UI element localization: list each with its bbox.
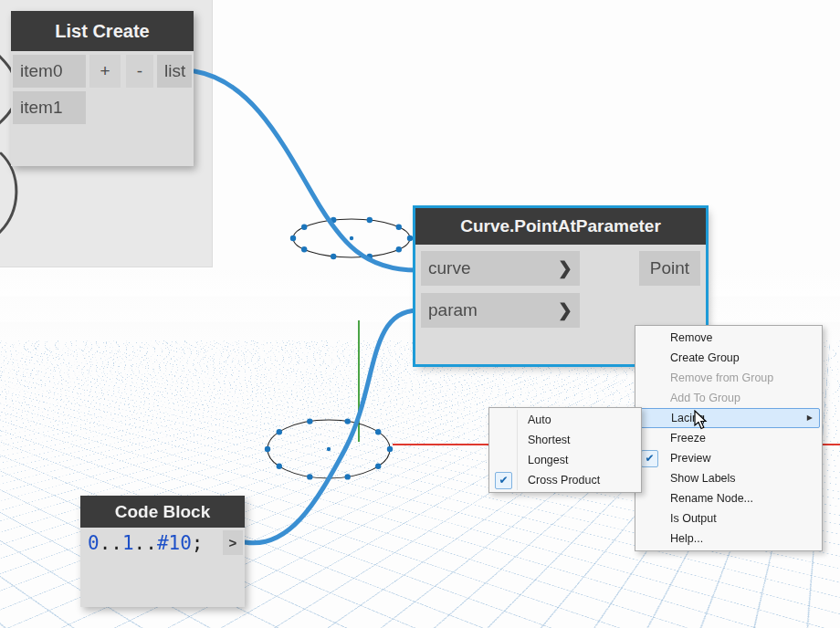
menu-item-label: Add To Group — [670, 392, 740, 404]
wire-codeblock-to-param[interactable] — [245, 310, 417, 543]
checkmark-icon: ✔ — [495, 472, 512, 489]
menu-item-label: Cross Product — [528, 474, 600, 487]
menu-item-show-labels[interactable]: Show Labels — [637, 468, 820, 488]
input-port-item0[interactable]: item0 — [13, 55, 86, 88]
menu-item-label: Rename Node... — [670, 492, 753, 505]
node-title[interactable]: Code Block — [80, 496, 245, 528]
checkmark-icon: ✔ — [641, 450, 658, 467]
port-label: curve — [428, 258, 470, 277]
input-port-item1[interactable]: item1 — [13, 91, 86, 124]
node-title[interactable]: List Create — [11, 11, 194, 51]
menu-item-remove[interactable]: Remove — [637, 328, 820, 348]
submenu-item-longest[interactable]: Longest — [491, 450, 639, 470]
remove-item-button[interactable]: - — [126, 55, 153, 88]
dynamo-workspace[interactable]: List Create item0 + - list item1 Curve.P… — [0, 0, 840, 628]
menu-item-label: Longest — [528, 454, 568, 466]
menu-item-label: Is Output — [670, 512, 717, 525]
menu-item-label: Create Group — [670, 351, 740, 364]
submenu-item-auto[interactable]: Auto — [491, 410, 639, 430]
menu-item-label: Auto — [528, 413, 551, 426]
menu-item-add-to-group[interactable]: Add To Group — [637, 388, 820, 408]
output-port-point[interactable]: Point — [639, 251, 700, 286]
code-expression[interactable]: 0..1..#10; — [88, 529, 204, 557]
menu-item-label: Shortest — [528, 434, 571, 446]
port-label: param — [428, 300, 478, 319]
menu-item-preview[interactable]: ✔Preview — [637, 448, 820, 468]
menu-item-label: Freeze — [670, 432, 706, 445]
menu-item-label: Help... — [670, 532, 703, 545]
code-token: #10 — [157, 532, 192, 554]
menu-item-create-group[interactable]: Create Group — [637, 348, 820, 368]
input-port-param[interactable]: param ❯ — [421, 293, 580, 328]
menu-item-lacing[interactable]: Lacing▶ — [637, 408, 820, 428]
menu-item-help[interactable]: Help... — [637, 529, 820, 549]
node-title[interactable]: Curve.PointAtParameter — [415, 208, 706, 245]
mouse-cursor — [694, 410, 712, 431]
submenu-item-shortest[interactable]: Shortest — [491, 430, 639, 450]
menu-item-rename-node[interactable]: Rename Node... — [637, 488, 820, 508]
wire-list-to-curve[interactable] — [194, 71, 417, 270]
lacing-submenu: AutoShortestLongest✔Cross Product — [488, 407, 642, 493]
menu-item-label: Preview — [670, 452, 710, 465]
menu-item-freeze[interactable]: Freeze — [637, 428, 820, 448]
menu-item-label: Show Labels — [670, 472, 736, 485]
menu-item-label: Remove — [670, 331, 713, 344]
context-menu: RemoveCreate GroupRemove from GroupAdd T… — [635, 325, 823, 551]
code-token: .. — [134, 532, 157, 554]
output-port-list[interactable]: list — [157, 55, 192, 88]
code-token: 0 — [88, 532, 100, 554]
port-chevron-icon: ❯ — [558, 293, 572, 328]
menu-item-is-output[interactable]: Is Output — [637, 508, 820, 529]
node-code-block[interactable]: Code Block 0..1..#10; > — [80, 496, 245, 607]
node-list-create[interactable]: List Create item0 + - list item1 — [11, 11, 194, 166]
menu-item-label: Remove from Group — [670, 372, 773, 384]
code-token: ; — [192, 532, 204, 554]
code-token: 1 — [122, 532, 134, 554]
add-item-button[interactable]: + — [89, 55, 121, 88]
port-chevron-icon: ❯ — [558, 251, 572, 286]
submenu-item-cross-product[interactable]: ✔Cross Product — [491, 470, 639, 490]
submenu-arrow-icon: ▶ — [807, 409, 813, 427]
input-port-curve[interactable]: curve ❯ — [421, 251, 580, 286]
code-token: .. — [100, 532, 122, 554]
menu-item-remove-from-group[interactable]: Remove from Group — [637, 368, 820, 388]
output-port[interactable]: > — [223, 530, 243, 555]
